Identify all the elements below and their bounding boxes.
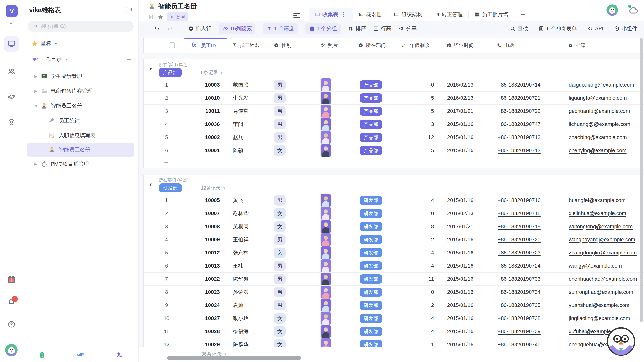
- cell-dept[interactable]: 研发部: [353, 194, 397, 207]
- cell-dept[interactable]: 产品部: [353, 144, 397, 157]
- undo-icon[interactable]: [154, 25, 160, 32]
- cell-phone[interactable]: +86-18820190747: [492, 118, 563, 131]
- cell-gender[interactable]: 男: [269, 78, 315, 91]
- table-row[interactable]: 110005黄飞男研发部42015/01/16+86-18820190716hu…: [144, 194, 644, 207]
- rail-item-workbench[interactable]: [4, 36, 19, 51]
- cell-email-link[interactable]: sunronghao@example.com: [569, 289, 633, 295]
- cell-dept[interactable]: 研发部: [353, 207, 397, 220]
- rail-item-template-center[interactable]: [4, 89, 19, 104]
- cell-gender[interactable]: 女: [269, 312, 315, 325]
- cell-phone[interactable]: +86-18820190721: [492, 92, 563, 104]
- cell-dept[interactable]: 产品部: [353, 118, 397, 131]
- cell-phone-link[interactable]: +86-18820190747: [498, 121, 540, 127]
- permission-badge[interactable]: 可管理: [167, 12, 188, 21]
- table-row[interactable]: 210010李光发男产品部52016/02/13+86-18820190721l…: [144, 92, 644, 105]
- cell-name[interactable]: 陈群华: [227, 338, 269, 347]
- cell-name[interactable]: 黄飞: [227, 194, 269, 207]
- cell-id[interactable]: 310008: [144, 220, 227, 233]
- photo-thumbnail[interactable]: [321, 78, 330, 91]
- trash-icon[interactable]: [38, 351, 46, 359]
- cell-leave[interactable]: 5: [397, 144, 442, 157]
- cell-photo[interactable]: [315, 233, 353, 246]
- photo-thumbnail[interactable]: [321, 220, 330, 233]
- cell-photo[interactable]: [315, 325, 353, 338]
- tab-员工照片墙[interactable]: 员工照片墙: [469, 8, 514, 21]
- sidebar-node-员工统计[interactable]: 员工统计: [23, 113, 138, 128]
- select-all-checkbox[interactable]: [169, 42, 175, 48]
- rail-item-api-center[interactable]: [4, 114, 19, 130]
- cell-leave[interactable]: 11: [397, 338, 442, 347]
- photo-thumbnail[interactable]: [321, 233, 330, 246]
- cell-email[interactable]: gechuanfu@example.com: [563, 105, 644, 118]
- table-row[interactable]: 1010027敬小玲女研发部42015/01/16+86-18820190738…: [144, 312, 644, 325]
- photo-thumbnail[interactable]: [321, 131, 330, 144]
- photo-thumbnail[interactable]: [321, 286, 330, 299]
- cell-email[interactable]: wangboyang@example.com: [563, 233, 644, 246]
- cell-phone[interactable]: +86-18820190719: [492, 220, 563, 233]
- photo-thumbnail[interactable]: [321, 325, 330, 338]
- horizontal-scrollbar[interactable]: [167, 356, 301, 360]
- cell-id[interactable]: 810023: [144, 286, 227, 299]
- cell-email[interactable]: chenhuachao@example.com: [563, 273, 644, 285]
- tab-组织架构[interactable]: 组织架构: [388, 8, 428, 21]
- description-icon[interactable]: [148, 14, 154, 20]
- search-input[interactable]: 搜索(⌘ G): [28, 20, 134, 32]
- cell-leave[interactable]: 0: [397, 207, 442, 220]
- cell-email[interactable]: chenying@example.com: [563, 144, 644, 157]
- table-row[interactable]: 310008吴桐同女研发部82017/01/21+86-18820190719w…: [144, 220, 644, 233]
- photo-thumbnail[interactable]: [321, 118, 330, 131]
- cell-dept[interactable]: 研发部: [353, 273, 397, 285]
- cell-id[interactable]: 710022: [144, 273, 227, 285]
- cell-grad[interactable]: 2015/01/16: [442, 312, 492, 325]
- cell-grad[interactable]: 2015/01/16: [442, 338, 492, 347]
- api-button[interactable]: API: [588, 25, 604, 32]
- cell-grad[interactable]: 2015/01/16: [442, 246, 492, 259]
- cell-name[interactable]: 孙荣浩: [227, 286, 269, 299]
- sidebar-collapse-button[interactable]: [126, 5, 136, 14]
- cell-phone[interactable]: +86-18820190740: [492, 338, 563, 347]
- cell-phone[interactable]: +86-18820190723: [492, 246, 563, 259]
- cell-phone[interactable]: +86-18820190724: [492, 259, 563, 272]
- cell-phone[interactable]: +86-18820190735: [492, 299, 563, 312]
- cell-phone-link[interactable]: +86-18820190712: [498, 147, 540, 154]
- cell-dept[interactable]: 产品部: [353, 131, 397, 144]
- expand-arrow-icon[interactable]: ▶: [34, 89, 37, 93]
- cell-leave[interactable]: 2: [397, 299, 442, 312]
- cell-gender[interactable]: 女: [269, 338, 315, 347]
- view-list-toggle[interactable]: [293, 13, 300, 18]
- row-height-button[interactable]: 行高: [373, 25, 391, 32]
- cell-photo[interactable]: [315, 118, 353, 131]
- cell-grad[interactable]: 2016/02/13: [442, 207, 492, 220]
- group-record-count[interactable]: 6条记录▼: [201, 69, 223, 76]
- sidebar-node-学生成绩管理[interactable]: ▶学生成绩管理: [23, 69, 138, 84]
- widget-button[interactable]: 小组件: [614, 25, 637, 32]
- cell-grad[interactable]: 2015/01/16: [442, 233, 492, 246]
- user-avatar[interactable]: [5, 344, 18, 356]
- favorite-star-icon[interactable]: [158, 14, 164, 20]
- cell-dept[interactable]: 研发部: [353, 246, 397, 259]
- workspace-switcher-chevron-icon[interactable]: [8, 20, 14, 26]
- cell-id[interactable]: 610001: [144, 144, 227, 157]
- cell-name[interactable]: 戴国强: [227, 78, 269, 91]
- cell-gender[interactable]: 男: [269, 273, 315, 285]
- cell-photo[interactable]: [315, 273, 353, 285]
- sidebar-node-智能员工名册[interactable]: ▼智能员工名册: [23, 98, 138, 113]
- add-record-row[interactable]: +: [144, 157, 644, 168]
- cell-phone[interactable]: +86-18820190738: [492, 312, 563, 325]
- cell-grad[interactable]: 2015/01/16: [442, 325, 492, 338]
- cell-phone-link[interactable]: +86-18820190719: [498, 223, 540, 230]
- photo-thumbnail[interactable]: [321, 273, 330, 285]
- column-header-电话[interactable]: 电话: [492, 38, 563, 53]
- cell-phone-link[interactable]: +86-18820190720: [498, 237, 540, 243]
- add-view-button[interactable]: [514, 8, 532, 21]
- cell-email[interactable]: sunronghao@example.com: [563, 286, 644, 299]
- cell-gender[interactable]: 男: [269, 118, 315, 131]
- cell-email-link[interactable]: wangyi@example.com: [569, 263, 622, 269]
- cell-photo[interactable]: [315, 299, 353, 312]
- cell-phone-link[interactable]: +86-18820190740: [498, 342, 540, 347]
- workdir-section-header[interactable]: 工作目录: [23, 51, 138, 67]
- cell-id[interactable]: 310011: [144, 105, 227, 118]
- photo-thumbnail[interactable]: [321, 312, 330, 325]
- cell-gender[interactable]: 男: [269, 259, 315, 272]
- cell-phone[interactable]: +86-18820190712: [492, 144, 563, 157]
